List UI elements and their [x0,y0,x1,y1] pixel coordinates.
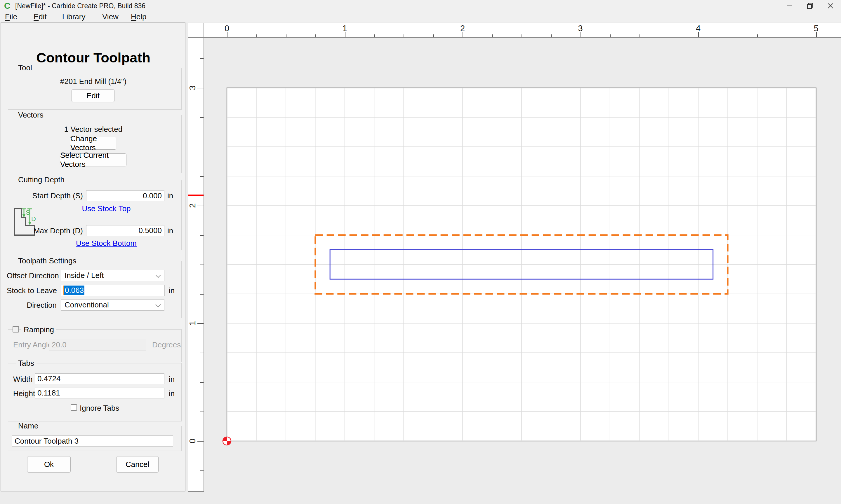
stock-to-leave-label: Stock to Leave [7,286,57,295]
tab-width-unit: in [169,375,175,384]
offset-direction-value: Inside / Left [65,271,104,280]
entry-angle-label: Entry Angle [13,340,52,349]
close-button[interactable] [821,0,840,12]
ignore-tabs-checkbox[interactable] [71,404,77,411]
start-depth-unit: in [167,191,173,200]
restore-button[interactable] [801,0,819,12]
stock-drawing [188,22,841,504]
stock-to-leave-unit: in [169,286,175,295]
entry-angle-input: 20.0 [49,339,146,350]
chevron-down-icon [155,302,160,307]
svg-text:D: D [31,215,36,222]
max-depth-input[interactable]: 0.5000 [86,225,165,236]
tool-legend: Tool [16,63,34,72]
tab-height-input[interactable]: 0.1181 [35,388,165,398]
carbide-create-window: C [NewFile]* - Carbide Create PRO, Build… [0,0,841,504]
edit-tool-button[interactable]: Edit [71,89,115,102]
tool-name: #201 End Mill (1/4") [1,77,186,86]
max-depth-label: Max Depth (D) [12,226,83,235]
toolpath-name-input[interactable]: Contour Toolpath 3 [12,435,173,447]
tab-height-unit: in [169,389,175,398]
cutting-depth-legend: Cutting Depth [16,175,67,184]
stock-to-leave-input[interactable]: 0.063 [61,285,165,296]
ok-button[interactable]: Ok [27,456,71,472]
menubar: FileEditLibraryViewHelp [0,12,841,22]
use-stock-top-link[interactable]: Use Stock Top [59,204,153,213]
direction-label: Direction [7,301,57,310]
tabs-legend: Tabs [16,359,36,368]
menu-help[interactable]: Help [129,12,148,22]
toolpath-settings-legend: Toolpath Settings [16,256,79,266]
minimize-button[interactable] [780,0,799,12]
tab-height-label: Height [13,389,35,398]
close-icon [827,3,834,9]
ramping-label: Ramping [21,325,56,334]
tab-width-input[interactable]: 0.4724 [35,373,165,384]
offset-direction-select[interactable]: Inside / Left [61,270,165,281]
app-logo-icon: C [4,1,13,11]
use-stock-bottom-link[interactable]: Use Stock Bottom [59,239,153,248]
cancel-button[interactable]: Cancel [116,456,158,472]
window-title: [NewFile]* - Carbide Create PRO, Build 8… [15,2,145,10]
start-depth-label: Start Depth (S) [12,191,83,200]
titlebar: C [NewFile]* - Carbide Create PRO, Build… [0,0,841,12]
menu-file[interactable]: File [3,12,19,22]
design-canvas[interactable]: 012345 0123 [188,22,841,504]
start-depth-input[interactable]: 0.000 [86,191,165,201]
max-depth-unit: in [167,226,173,235]
tab-width-label: Width [13,375,32,384]
minimize-icon [786,3,793,9]
name-legend: Name [16,421,40,431]
select-current-vectors-button[interactable]: Select Current Vectors [60,154,126,166]
ramping-checkbox[interactable] [13,326,19,332]
chevron-down-icon [155,272,160,278]
ignore-tabs-label: Ignore Tabs [80,404,119,413]
menu-library[interactable]: Library [61,12,87,22]
entry-angle-unit: Degrees [152,340,181,349]
direction-value: Conventional [65,301,109,309]
vectors-selected-status: 1 Vector selected [1,125,186,134]
tool-group: Tool [8,68,182,110]
vectors-legend: Vectors [16,110,46,120]
direction-select[interactable]: Conventional [61,299,165,311]
svg-text:S: S [26,209,30,216]
stock-to-leave-selected-text: 0.063 [63,286,84,295]
menu-edit[interactable]: Edit [32,12,49,22]
restore-icon [807,2,813,9]
change-vectors-button[interactable]: Change Vectors [70,137,116,150]
contour-toolpath-panel: Contour Toolpath Tool #201 End Mill (1/4… [1,22,185,491]
menu-view[interactable]: View [101,12,120,22]
offset-direction-label: Offset Direction [7,271,57,280]
